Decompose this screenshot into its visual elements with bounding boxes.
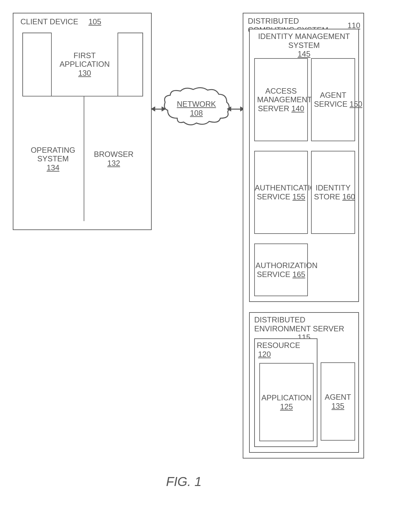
first-application-box: FIRST APPLICATION 130 [51, 33, 118, 96]
browser-title: BROWSER [94, 150, 133, 159]
resource-title: RESOURCE [257, 341, 300, 350]
resource-box: RESOURCE 120 APPLICATION 125 [254, 338, 317, 447]
browser-box: BROWSER 132 [84, 96, 143, 221]
client-inner-box: FIRST APPLICATION 130 OPERATING SYSTEM 1… [22, 33, 143, 221]
agent-title: AGENT [325, 393, 351, 402]
agent-service-text: AGENT SERVICE 150 [314, 91, 352, 108]
arrow-to-client [151, 106, 155, 112]
application-box: APPLICATION 125 [259, 363, 314, 441]
client-device-title: CLIENT DEVICE [20, 17, 78, 26]
authorization-service-text: AUTHORIZATION SERVICE 165 [255, 261, 307, 279]
ims-title: IDENTITY MANAGEMENT SYSTEM [252, 32, 356, 50]
agent-box: AGENT 135 [321, 362, 355, 441]
operating-system-title: OPERATING SYSTEM [27, 146, 79, 163]
figure-caption: FIG. 1 [166, 474, 202, 489]
operating-system-ref: 134 [47, 163, 59, 172]
authentication-service-box: AUTHENTICATION SERVICE 155 [254, 151, 308, 234]
ims-ref: 145 [252, 50, 356, 58]
application-title: APPLICATION [262, 393, 312, 402]
client-device-box: CLIENT DEVICE 105 FIRST APPLICATION 130 … [13, 13, 152, 230]
identity-store-box: IDENTITY STORE 160 [311, 151, 355, 234]
network-label: NETWORK 108 [161, 100, 232, 118]
first-application-title: FIRST APPLICATION [52, 51, 118, 69]
identity-management-system-box: IDENTITY MANAGEMENT SYSTEM 145 ACCESS MA… [249, 29, 359, 302]
first-application-ref: 130 [78, 69, 91, 78]
agent-ref: 135 [331, 402, 344, 411]
des-title: DISTRIBUTED ENVIRONMENT SERVER [252, 315, 356, 333]
distributed-computing-system-box: DISTRIBUTED COMPUTING SYSTEM 110 IDENTIT… [243, 13, 364, 459]
network-cloud: NETWORK 108 [161, 86, 232, 131]
arrow-to-cloud-right [227, 106, 231, 112]
distributed-environment-server-box: DISTRIBUTED ENVIRONMENT SERVER 115 RESOU… [249, 312, 359, 453]
resource-ref: 120 [257, 350, 315, 359]
access-management-server-text: ACCESS MANAGEMENT SERVER 140 [257, 87, 305, 113]
operating-system-box: OPERATING SYSTEM 134 [22, 96, 84, 221]
agent-service-box: AGENT SERVICE 150 [311, 58, 355, 141]
client-device-ref: 105 [88, 17, 101, 26]
authentication-service-text: AUTHENTICATION SERVICE 155 [255, 183, 308, 201]
browser-ref: 132 [107, 159, 120, 168]
authorization-service-box: AUTHORIZATION SERVICE 165 [254, 243, 308, 296]
identity-store-text: IDENTITY STORE 160 [314, 183, 352, 201]
architecture-diagram: CLIENT DEVICE 105 FIRST APPLICATION 130 … [13, 13, 364, 492]
access-management-server-box: ACCESS MANAGEMENT SERVER 140 [254, 58, 308, 141]
application-ref: 125 [280, 402, 293, 411]
arrow-to-cloud-left [162, 106, 166, 112]
